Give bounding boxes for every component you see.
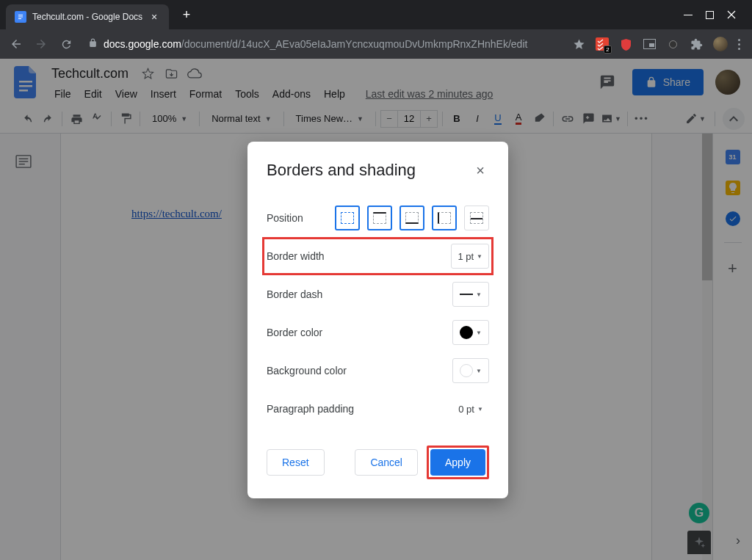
back-button[interactable]	[9, 37, 24, 51]
forward-button[interactable]	[34, 37, 48, 51]
pip-extension-icon[interactable]	[643, 37, 656, 51]
apply-button[interactable]: Apply	[430, 449, 485, 476]
new-tab-button[interactable]: +	[176, 4, 197, 25]
svg-rect-2	[18, 17, 23, 18]
browser-chrome: Techcult.com - Google Docs × + docs.goog…	[0, 0, 752, 59]
position-row: Position	[267, 199, 489, 237]
url-path: /document/d/14ucX_AEva05eIaJamYcncxuqmou…	[181, 38, 528, 50]
url-field[interactable]: docs.google.com/document/d/14ucX_AEva05e…	[84, 38, 562, 50]
background-color-row: Background color ▼	[267, 352, 489, 390]
background-color-swatch	[460, 364, 473, 377]
close-window-icon[interactable]	[727, 10, 736, 19]
border-color-select[interactable]: ▼	[452, 320, 489, 345]
svg-rect-10	[649, 43, 654, 47]
svg-point-11	[669, 40, 676, 48]
apply-highlight: Apply	[427, 446, 489, 479]
position-between-border[interactable]	[464, 206, 489, 230]
todoist-extension-icon[interactable]: 2	[596, 37, 609, 51]
profile-avatar[interactable]	[713, 37, 728, 51]
position-top-border[interactable]	[367, 206, 392, 230]
window-controls	[673, 10, 746, 19]
chrome-menu-icon[interactable]	[738, 39, 740, 50]
browser-tab[interactable]: Techcult.com - Google Docs ×	[6, 4, 169, 29]
ublock-extension-icon[interactable]	[619, 37, 632, 51]
borders-shading-dialog: Borders and shading × Position Border wi…	[247, 142, 508, 498]
paragraph-padding-label: Paragraph padding	[267, 403, 354, 415]
svg-rect-3	[18, 18, 21, 19]
border-dash-row: Border dash ▼	[267, 275, 489, 313]
tab-title: Techcult.com - Google Docs	[32, 12, 142, 22]
dialog-close-icon[interactable]: ×	[471, 161, 489, 179]
reload-button[interactable]	[59, 37, 73, 51]
position-all-borders[interactable]	[335, 206, 360, 230]
svg-rect-4	[684, 15, 693, 15]
lock-icon	[88, 38, 98, 50]
solid-line-icon	[460, 294, 473, 295]
svg-rect-5	[706, 11, 714, 18]
svg-rect-1	[18, 15, 23, 15]
extension-badge-count: 2	[604, 46, 612, 54]
border-width-row: Border width 1 pt▼	[262, 237, 494, 275]
position-left-border[interactable]	[432, 206, 457, 230]
background-color-label: Background color	[267, 365, 347, 377]
dialog-title: Borders and shading	[267, 161, 416, 180]
minimize-icon[interactable]	[684, 10, 693, 19]
border-width-label: Border width	[267, 250, 325, 262]
address-bar: docs.google.com/document/d/14ucX_AEva05e…	[0, 29, 752, 59]
docs-favicon-icon	[15, 11, 26, 23]
url-domain: docs.google.com	[104, 38, 181, 50]
position-label: Position	[267, 212, 303, 224]
border-color-label: Border color	[267, 327, 322, 338]
border-color-row: Border color ▼	[267, 313, 489, 352]
maximize-icon[interactable]	[706, 11, 714, 19]
border-width-select[interactable]: 1 pt▼	[451, 244, 489, 269]
border-color-swatch	[460, 326, 473, 339]
paragraph-padding-row: Paragraph padding 0 pt▼	[267, 390, 489, 428]
paragraph-padding-select[interactable]: 0 pt▼	[452, 396, 489, 421]
border-dash-label: Border dash	[267, 288, 322, 300]
tab-bar: Techcult.com - Google Docs × +	[0, 0, 752, 29]
address-bar-right: 2	[572, 37, 743, 51]
extensions-puzzle-icon[interactable]	[690, 37, 703, 51]
reset-button[interactable]: Reset	[267, 449, 325, 476]
star-icon[interactable]	[572, 37, 585, 51]
close-tab-icon[interactable]: ×	[148, 11, 160, 23]
background-color-select[interactable]: ▼	[452, 358, 489, 383]
cancel-button[interactable]: Cancel	[355, 449, 418, 476]
border-dash-select[interactable]: ▼	[452, 282, 489, 307]
position-bottom-border[interactable]	[400, 206, 424, 230]
dark-extension-icon[interactable]	[666, 37, 679, 51]
